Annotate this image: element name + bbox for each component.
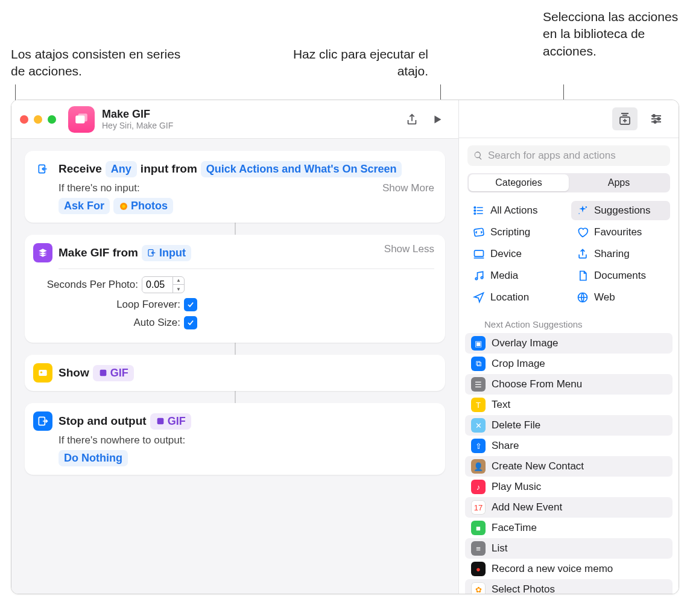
svg-point-4 — [122, 205, 125, 208]
category-media[interactable]: Media — [467, 266, 566, 285]
suggestion-create-new-contact[interactable]: 👤Create New Contact — [465, 456, 673, 477]
device-icon — [472, 247, 486, 261]
action-receive-input[interactable]: Receive Any input from Quick Actions and… — [25, 151, 445, 223]
action-make-gif[interactable]: Make GIF from Input Show Less Seconds Pe… — [25, 235, 445, 343]
suggestion-text[interactable]: TText — [465, 395, 673, 415]
category-documents[interactable]: Documents — [571, 266, 670, 285]
seconds-stepper[interactable]: ▲ ▼ — [142, 276, 185, 293]
token-any[interactable]: Any — [106, 161, 137, 177]
shortcut-title: Make GIF — [102, 108, 173, 121]
suggestion-overlay-image[interactable]: ▣Overlay Image — [465, 333, 673, 354]
share-button[interactable] — [399, 108, 425, 131]
nowhere-label: If there's nowhere to output: — [59, 434, 434, 446]
token-input[interactable]: Input — [142, 245, 191, 261]
svg-point-16 — [474, 210, 476, 212]
close-window-button[interactable] — [20, 115, 28, 124]
auto-size-row: Auto Size: — [33, 316, 434, 329]
callout-left: Los atajos consisten en series de accion… — [11, 46, 192, 80]
window-controls — [20, 115, 56, 124]
loop-checkbox[interactable] — [184, 298, 197, 311]
word-show: Show — [59, 366, 89, 379]
sparkle-icon — [576, 204, 589, 217]
shortcut-editor-window: Make GIF Hey Siri, Make GIF Receive — [11, 100, 679, 594]
library-button[interactable] — [612, 107, 638, 130]
autosize-checkbox[interactable] — [184, 316, 197, 329]
category-label: Suggestions — [594, 205, 651, 217]
loop-forever-row: Loop Forever: — [33, 298, 434, 311]
action-show[interactable]: Show GIF — [25, 355, 445, 391]
category-scripting[interactable]: Scripting — [467, 223, 566, 242]
connector — [235, 343, 236, 355]
category-label: Web — [594, 291, 615, 303]
action-text: Stop and output GIF — [59, 413, 191, 430]
category-all-actions[interactable]: All Actions — [467, 201, 566, 220]
main-pane: Make GIF Hey Siri, Make GIF Receive — [11, 100, 458, 594]
svg-point-18 — [586, 206, 587, 208]
token-ask-for[interactable]: Ask For — [59, 198, 110, 214]
suggestion-play-music[interactable]: ♪Play Music — [465, 477, 673, 497]
category-device[interactable]: Device — [467, 244, 566, 264]
seg-apps[interactable]: Apps — [569, 174, 669, 191]
suggestion-label: Select Photos — [492, 583, 555, 594]
svg-point-7 — [40, 372, 42, 373]
svg-point-14 — [654, 121, 656, 123]
action-stop-output[interactable]: Stop and output GIF If there's nowhere t… — [25, 403, 445, 475]
run-button[interactable] — [425, 108, 450, 131]
action-library-pane: Categories Apps All ActionsSuggestionsSc… — [458, 100, 679, 594]
token-gif-var[interactable]: GIF — [150, 413, 191, 430]
seg-categories[interactable]: Categories — [469, 174, 569, 191]
suggestion-add-new-event[interactable]: 17Add New Event — [465, 497, 673, 518]
suggestion-label: Share — [492, 440, 519, 452]
category-label: Documents — [594, 270, 646, 282]
suggestion-label: Play Music — [492, 481, 541, 493]
token-do-nothing[interactable]: Do Nothing — [59, 450, 128, 466]
suggestions-list: ▣Overlay Image⧉Crop Image☰Choose From Me… — [465, 333, 673, 594]
svg-rect-1 — [78, 113, 87, 121]
side-toolbar — [459, 100, 679, 138]
suggestion-share[interactable]: ⇧Share — [465, 436, 673, 456]
category-label: Location — [490, 291, 529, 303]
connector — [235, 223, 236, 235]
show-less-toggle[interactable]: Show Less — [384, 243, 434, 255]
app-icon: ● — [471, 562, 486, 576]
suggestion-select-photos[interactable]: ✿Select Photos — [465, 579, 673, 594]
settings-button[interactable] — [644, 107, 669, 130]
suggestion-choose-from-menu[interactable]: ☰Choose From Menu — [465, 374, 673, 395]
category-suggestions[interactable]: Suggestions — [571, 201, 670, 220]
search-input[interactable] — [488, 150, 664, 162]
toolbar: Make GIF Hey Siri, Make GIF — [11, 100, 458, 139]
category-label: Media — [490, 270, 518, 282]
suggestion-crop-image[interactable]: ⧉Crop Image — [465, 354, 673, 374]
suggestion-record-a-new-voice-memo[interactable]: ●Record a new voice memo — [465, 559, 673, 579]
action-canvas: Receive Any input from Quick Actions and… — [11, 139, 458, 594]
category-location[interactable]: Location — [467, 288, 566, 307]
suggestion-delete-file[interactable]: ✕Delete File — [465, 415, 673, 436]
token-gif-var[interactable]: GIF — [93, 365, 134, 381]
minimize-window-button[interactable] — [34, 115, 42, 124]
svg-point-17 — [474, 213, 476, 215]
token-source[interactable]: Quick Actions and What's On Screen — [201, 161, 402, 177]
library-segmented-control[interactable]: Categories Apps — [467, 173, 670, 192]
seconds-input[interactable] — [142, 278, 172, 292]
gif-icon — [33, 243, 52, 262]
token-photos[interactable]: Photos — [113, 198, 173, 214]
zoom-window-button[interactable] — [48, 115, 56, 124]
suggestion-facetime[interactable]: ■FaceTime — [465, 518, 673, 538]
show-more-toggle[interactable]: Show More — [382, 182, 434, 194]
stepper-down[interactable]: ▼ — [173, 285, 184, 293]
search-field[interactable] — [467, 145, 670, 166]
search-icon — [473, 151, 483, 160]
app-icon: ⇧ — [471, 439, 486, 453]
suggestion-list[interactable]: ≡List — [465, 538, 673, 559]
category-favourites[interactable]: Favourites — [571, 223, 670, 242]
app-icon: ♪ — [471, 480, 486, 494]
word-input-from: input from — [141, 162, 197, 176]
show-icon — [33, 363, 52, 383]
callout-middle: Haz clic para ejecutar el atajo. — [290, 46, 428, 80]
category-web[interactable]: Web — [571, 288, 670, 307]
svg-point-13 — [657, 118, 660, 120]
callout-right: Selecciona las acciones en la biblioteca… — [543, 8, 682, 60]
web-icon — [576, 291, 589, 304]
stepper-up[interactable]: ▲ — [173, 276, 184, 285]
category-sharing[interactable]: Sharing — [571, 244, 670, 264]
